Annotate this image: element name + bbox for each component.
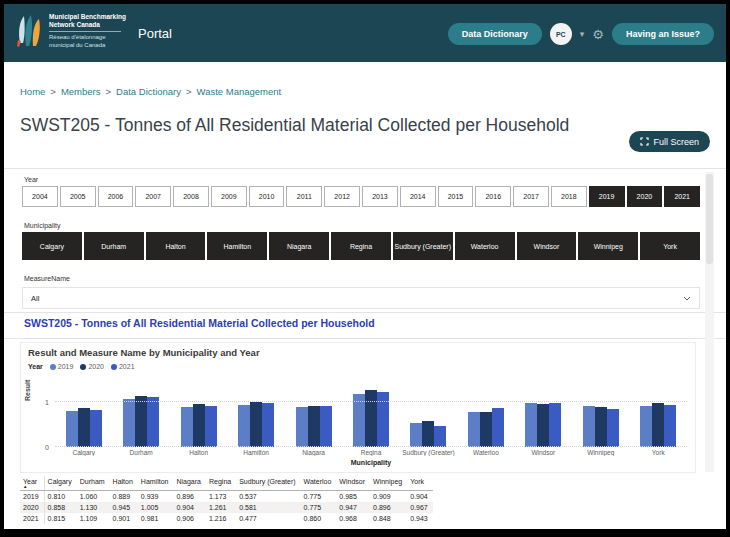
bar-regina-2020[interactable] [365,390,377,447]
table-cell: 0.981 [138,513,174,524]
chart-title: Result and Measure Name by Municipality … [28,347,260,358]
year-button-2019[interactable]: 2019 [589,186,625,207]
municipality-button-windsor[interactable]: Windsor [517,232,577,260]
bar-york-2020[interactable] [652,403,664,447]
report-scrollbar-thumb[interactable] [706,174,713,264]
bar-halton-2019[interactable] [181,407,193,447]
bar-sudbury-greater-2020[interactable] [422,421,434,447]
bar-windsor-2021[interactable] [549,403,561,447]
column-header-year[interactable]: Year▲ [20,476,44,491]
municipality-button-winnipeg[interactable]: Winnipeg [578,232,638,260]
bar-winnipeg-2019[interactable] [583,406,595,447]
avatar-dropdown-caret-icon[interactable]: ▾ [580,29,585,39]
column-header-york[interactable]: York [407,476,433,491]
having-issue-button[interactable]: Having an Issue? [612,23,714,45]
year-button-2015[interactable]: 2015 [438,186,474,207]
year-button-2010[interactable]: 2010 [249,186,285,207]
mbn-logo-icon [16,13,43,49]
user-avatar[interactable]: PC [550,23,572,45]
bar-niagara-2019[interactable] [296,407,308,447]
bar-windsor-2019[interactable] [525,403,537,447]
bar-york-2019[interactable] [640,406,652,447]
bar-calgary-2021[interactable] [90,410,102,447]
bar-sudbury-greater-2021[interactable] [434,426,446,447]
bar-niagara-2021[interactable] [320,406,332,447]
municipality-button-york[interactable]: York [640,232,700,260]
column-header-regina[interactable]: Regina [206,476,236,491]
bar-calgary-2020[interactable] [78,408,90,447]
column-header-winnipeg[interactable]: Winnipeg [370,476,407,491]
year-button-2005[interactable]: 2005 [60,186,96,207]
legend-item-2019[interactable]: 2019 [50,363,74,370]
bar-waterloo-2019[interactable] [468,412,480,447]
year-button-2018[interactable]: 2018 [551,186,587,207]
municipality-button-halton[interactable]: Halton [146,232,206,260]
year-button-2008[interactable]: 2008 [173,186,209,207]
municipality-button-durham[interactable]: Durham [84,232,144,260]
bar-waterloo-2020[interactable] [480,412,492,447]
column-header-niagara[interactable]: Niagara [173,476,206,491]
column-header-sudbury-greater[interactable]: Sudbury (Greater) [236,476,300,491]
year-button-2017[interactable]: 2017 [513,186,549,207]
table-row[interactable]: 20200.8581.1300.9451.0050.9041.2610.5810… [20,502,433,513]
bar-durham-2021[interactable] [147,397,159,447]
breadcrumb-item-data-dictionary[interactable]: Data Dictionary [116,86,181,97]
table-row[interactable]: 20210.8151.1090.9010.9810.9061.2160.4770… [20,513,433,524]
bar-winnipeg-2021[interactable] [607,409,619,447]
bar-calgary-2019[interactable] [66,411,78,447]
bar-niagara-2020[interactable] [308,406,320,447]
year-button-2020[interactable]: 2020 [627,186,663,207]
bar-windsor-2020[interactable] [537,404,549,447]
year-button-2006[interactable]: 2006 [98,186,134,207]
column-header-hamilton[interactable]: Hamilton [138,476,174,491]
year-button-2016[interactable]: 2016 [475,186,511,207]
column-header-halton[interactable]: Halton [110,476,138,491]
measure-name-dropdown[interactable]: All [22,287,700,309]
bar-durham-2020[interactable] [135,396,147,447]
legend-item-2021[interactable]: 2021 [111,363,135,370]
bar-york-2021[interactable] [664,405,676,447]
year-button-2013[interactable]: 2013 [362,186,398,207]
bar-hamilton-2020[interactable] [250,402,262,447]
column-header-calgary[interactable]: Calgary [44,476,77,491]
year-button-2007[interactable]: 2007 [135,186,171,207]
settings-gear-icon[interactable]: ⚙ [592,28,604,41]
bar-durham-2019[interactable] [123,399,135,447]
bar-halton-2020[interactable] [193,404,205,447]
bar-sudbury-greater-2019[interactable] [410,423,422,447]
year-button-2014[interactable]: 2014 [400,186,436,207]
table-cell: 0.537 [236,491,300,503]
breadcrumb-item-home[interactable]: Home [20,86,45,97]
table-cell: 0.858 [44,502,77,513]
bar-winnipeg-2020[interactable] [595,407,607,447]
breadcrumb-item-waste-management[interactable]: Waste Management [197,86,282,97]
year-button-2009[interactable]: 2009 [211,186,247,207]
bar-hamilton-2021[interactable] [262,403,274,447]
year-button-2021[interactable]: 2021 [664,186,700,207]
bar-halton-2021[interactable] [205,406,217,447]
municipality-button-waterloo[interactable]: Waterloo [455,232,515,260]
year-button-2011[interactable]: 2011 [286,186,322,207]
data-dictionary-button[interactable]: Data Dictionary [448,23,542,45]
municipality-button-hamilton[interactable]: Hamilton [207,232,267,260]
table-cell: 0.848 [370,513,407,524]
mbn-logo[interactable]: Municipal Benchmarking Network Canada Ré… [16,13,126,49]
municipality-button-calgary[interactable]: Calgary [22,232,82,260]
year-button-2012[interactable]: 2012 [324,186,360,207]
chart-x-labels: CalgaryDurhamHaltonHamiltonNiagaraRegina… [55,449,687,456]
table-cell: 0.909 [370,491,407,503]
municipality-button-sudbury-greater[interactable]: Sudbury (Greater) [393,232,453,260]
column-header-windsor[interactable]: Windsor [336,476,370,491]
report-scrollbar[interactable] [705,172,714,472]
table-row[interactable]: 20190.8101.0600.8890.9390.8961.1730.5370… [20,491,433,503]
municipality-button-niagara[interactable]: Niagara [269,232,329,260]
breadcrumb-item-members[interactable]: Members [61,86,101,97]
column-header-waterloo[interactable]: Waterloo [301,476,337,491]
municipality-button-regina[interactable]: Regina [331,232,391,260]
legend-item-2020[interactable]: 2020 [80,363,104,370]
full-screen-button[interactable]: Full Screen [629,131,710,152]
year-button-2004[interactable]: 2004 [22,186,58,207]
bar-waterloo-2021[interactable] [492,408,504,447]
column-header-durham[interactable]: Durham [77,476,110,491]
bar-hamilton-2019[interactable] [238,405,250,447]
